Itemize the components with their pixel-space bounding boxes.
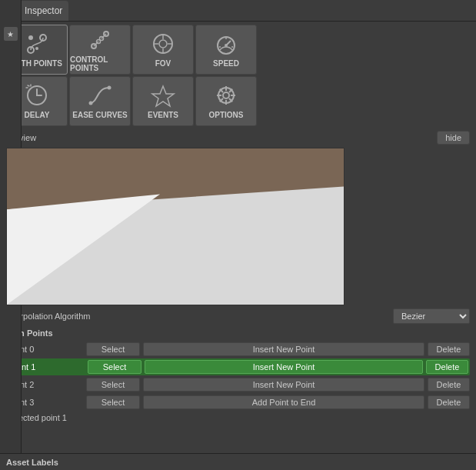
svg-point-11 (159, 40, 167, 48)
point-0-select-button[interactable]: Select (86, 342, 140, 356)
delay-label: DELAY (25, 111, 50, 119)
speed-icon (214, 32, 238, 56)
point-row-0: Point 0 Select Insert New Point Delete (6, 341, 470, 358)
fov-icon (151, 32, 175, 56)
point-row-2: Point 2 Select Insert New Point Delete (6, 376, 470, 393)
sidebar-pin-icon[interactable]: ★ (4, 27, 18, 41)
toolbar-row-2: DELAY EASE CURVES EVENTS (6, 76, 470, 126)
svg-point-24 (108, 86, 112, 90)
preview-header: Preview hide (6, 131, 470, 145)
svg-point-23 (89, 102, 93, 105)
svg-point-2 (28, 35, 33, 40)
inspector-tab-label: Inspector (25, 5, 62, 16)
point-2-select-button[interactable]: Select (86, 378, 140, 392)
toolbar-btn-options[interactable]: OPTIONS (195, 76, 257, 126)
point-3-delete-button[interactable]: Delete (428, 395, 470, 409)
toolbar-grid: PATH POINTS CONTROL POINTS (6, 25, 470, 128)
interpolation-label: Interpolation Algorithm (6, 312, 387, 321)
delay-icon (25, 83, 49, 108)
ease-curves-icon (88, 83, 112, 108)
preview-svg (7, 148, 344, 305)
point-3-action-button[interactable]: Add Point to End (143, 395, 424, 409)
path-points-section: Path Points Point 0 Select Insert New Po… (6, 328, 470, 424)
toolbar-btn-fov[interactable]: FOV (132, 25, 194, 75)
point-3-select-button[interactable]: Select (86, 395, 140, 409)
events-icon (151, 83, 175, 108)
toolbar-btn-control-points[interactable]: CONTROL POINTS (69, 25, 131, 75)
hide-button[interactable]: hide (437, 131, 470, 145)
toolbar-btn-events[interactable]: EVENTS (132, 76, 194, 126)
toolbar-row-1: PATH POINTS CONTROL POINTS (6, 25, 470, 75)
algorithm-row: Interpolation Algorithm Bezier Linear He… (6, 308, 470, 324)
speed-label: SPEED (213, 59, 239, 68)
svg-point-27 (223, 92, 229, 98)
path-points-icon (25, 32, 49, 56)
svg-point-18 (225, 44, 228, 47)
control-points-label: CONTROL POINTS (70, 55, 130, 72)
point-2-delete-button[interactable]: Delete (428, 378, 470, 392)
point-1-action-button[interactable]: Insert New Point (145, 360, 423, 374)
asset-labels-bar: Asset Labels (0, 453, 476, 470)
options-icon (214, 83, 238, 108)
point-1-delete-button[interactable]: Delete (426, 360, 468, 374)
options-label: OPTIONS (208, 111, 243, 119)
point-row-3: Point 3 Select Add Point to End Delete (6, 394, 470, 411)
point-1-select-button[interactable]: Select (88, 360, 141, 374)
svg-point-3 (35, 47, 38, 50)
main-area: PATH POINTS CONTROL POINTS (0, 22, 476, 450)
asset-labels-label: Asset Labels (6, 458, 58, 467)
path-points-title: Path Points (6, 328, 470, 338)
toolbar-btn-speed[interactable]: SPEED (195, 25, 257, 75)
ease-curves-label: EASE CURVES (72, 111, 128, 119)
point-0-action-button[interactable]: Insert New Point (143, 342, 424, 356)
events-label: EVENTS (148, 111, 178, 119)
point-row-1: Point 1 Select Insert New Point Delete (6, 358, 470, 375)
svg-marker-25 (152, 86, 174, 106)
point-2-action-button[interactable]: Insert New Point (143, 378, 424, 392)
point-0-delete-button[interactable]: Delete (428, 342, 470, 356)
fov-label: FOV (155, 59, 171, 68)
toolbar-btn-ease-curves[interactable]: EASE CURVES (69, 76, 131, 126)
control-points-icon (88, 28, 112, 52)
interpolation-select[interactable]: Bezier Linear Hermite (393, 308, 470, 324)
preview-section: Preview hide (6, 131, 470, 305)
tab-bar: i Inspector (0, 0, 476, 22)
preview-canvas (6, 148, 345, 305)
selected-point-info: Selected point 1 (6, 412, 470, 424)
